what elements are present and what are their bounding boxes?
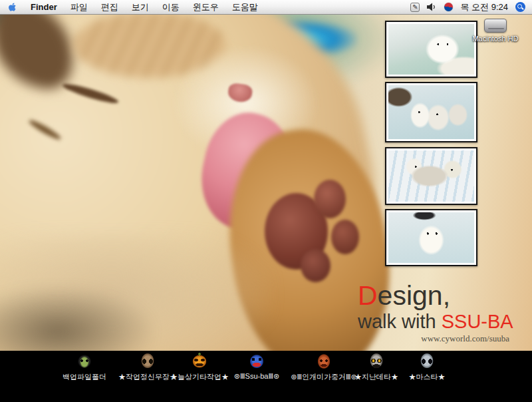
volume-icon[interactable] (427, 3, 437, 11)
kitten-photo-4 (388, 212, 474, 263)
menu-help[interactable]: 도움말 (225, 1, 265, 13)
pumpkin-face-icon (190, 352, 209, 371)
menu-view[interactable]: 보기 (125, 1, 156, 13)
apple-logo-icon (8, 2, 17, 12)
menu-bar-clock[interactable]: 목 오전 9:24 (460, 1, 508, 13)
wallpaper-bottom-shadow (0, 288, 153, 351)
menu-app-name[interactable]: Finder (24, 2, 64, 12)
wallpaper-title-line2: walk with SSU-BA (358, 311, 528, 331)
kitten-photo-1 (388, 24, 474, 75)
hard-drive-icon (484, 19, 507, 33)
kitten-photo-frame-1 (385, 21, 477, 78)
desktop-bottom-band: 백업파일폴더 ★작업정신무장★ ★늘상기타작업★ ⊛ⅢSsu-baⅢ⊛ ⊛Ⅲ인개… (0, 351, 532, 402)
desktop-icon-macintosh-hd[interactable]: Macintosh HD (468, 19, 523, 43)
desktop-icon-master[interactable]: ★마스타★ (380, 352, 473, 382)
witch-face-icon (74, 352, 94, 371)
menu-file[interactable]: 파일 (64, 1, 94, 13)
kitten-photo-2 (388, 85, 474, 139)
menu-bar-status-area: ✎ 목 오전 9:24 (410, 1, 532, 13)
desktop-icon-label: ★마스타★ (409, 372, 446, 382)
title-line2-plain: walk with (358, 311, 442, 332)
korean-flag-input-icon[interactable] (444, 3, 453, 11)
input-pen-icon[interactable]: ✎ (410, 3, 420, 12)
kitten-photo-frame-3 (385, 147, 477, 205)
title-rest: esign, (378, 280, 450, 311)
menu-go[interactable]: 이동 (156, 1, 186, 13)
wallpaper-title-block: Design, walk with SSU-BA www.cyworld.com… (358, 282, 528, 344)
title-line2-accent: SSU-BA (442, 311, 513, 332)
hard-drive-label: Macintosh HD (468, 35, 523, 43)
spotlight-icon[interactable] (515, 2, 525, 12)
cat-paw-pad-toe1 (314, 180, 346, 218)
kitten-photo-3 (388, 150, 474, 202)
menu-window[interactable]: 윈도우 (186, 1, 225, 13)
cat-paw-pad-toe3 (301, 249, 331, 282)
kitten-photo-frame-2 (385, 82, 477, 142)
desktop-icon-label: 백업파일폴더 (63, 372, 106, 382)
blue-devil-face-icon (247, 352, 267, 371)
cat-paw-pad-toe2 (331, 220, 359, 254)
wallpaper-url: www.cyworld.com/suuba (358, 333, 509, 344)
kitten-photo-frame-4 (385, 209, 477, 266)
wallpaper-title-line1: Design, (358, 282, 528, 309)
title-accent-letter: D (358, 280, 378, 311)
menu-edit[interactable]: 편집 (94, 1, 125, 13)
desktop-icon-label: ⊛ⅢSsu-baⅢ⊛ (234, 372, 279, 381)
menu-bar: Finder 파일 편집 보기 이동 윈도우 도움말 ✎ 목 오전 9:24 (0, 0, 532, 15)
gray-alien-face-icon (417, 352, 437, 371)
apple-menu[interactable] (0, 0, 24, 14)
